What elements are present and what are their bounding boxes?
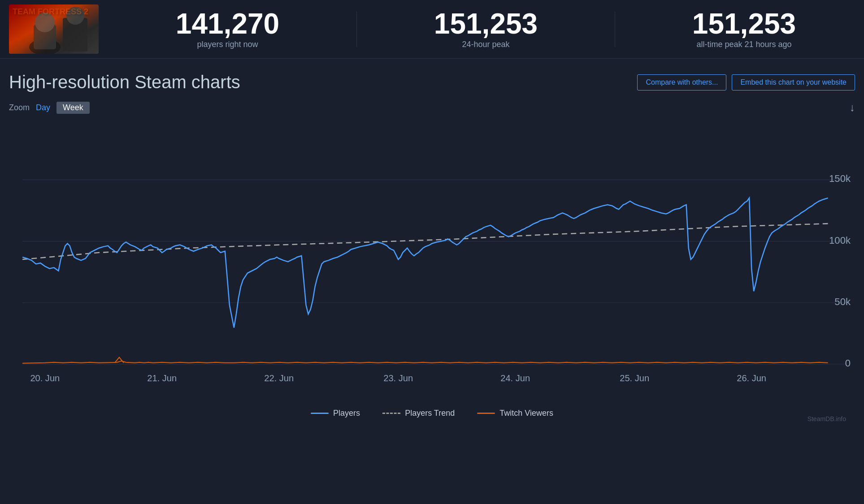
zoom-row: Zoom Day Week ↓ [9,101,855,114]
svg-text:20. Jun: 20. Jun [30,373,60,383]
download-icon[interactable]: ↓ [850,101,855,114]
main-content: High-resolution Steam charts Compare wit… [0,59,864,431]
stat-divider-2 [615,11,615,47]
chart-header: High-resolution Steam charts Compare wit… [9,72,855,92]
chart-container: 150k 100k 50k 0 20. Jun 21. Jun 22. Jun … [9,118,855,396]
legend-twitch: Twitch Viewers [477,409,553,418]
chart-legend: Players Players Trend Twitch Viewers [311,401,553,422]
svg-text:26. Jun: 26. Jun [737,373,766,383]
compare-button[interactable]: Compare with others... [637,74,726,90]
players-now-block: 141,270 players right now [117,9,339,49]
alltime-peak-label: all-time peak 21 hours ago [633,40,855,49]
zoom-day-button[interactable]: Day [36,103,50,112]
chart-svg: 150k 100k 50k 0 20. Jun 21. Jun 22. Jun … [9,118,855,396]
legend-trend: Players Trend [382,409,455,418]
peak-24h-number: 151,253 [375,9,597,38]
svg-text:150k: 150k [829,173,851,184]
stat-divider-1 [356,11,357,47]
players-now-label: players right now [117,40,339,49]
embed-button[interactable]: Embed this chart on your website [732,74,855,90]
players-now-number: 141,270 [117,9,339,38]
svg-text:0: 0 [845,358,851,369]
alltime-peak-number: 151,253 [633,9,855,38]
zoom-week-button[interactable]: Week [56,102,90,114]
header: TEAM FORTRESS 2 141,270 players right [0,0,864,59]
players-line-icon [311,413,329,414]
svg-text:21. Jun: 21. Jun [147,373,177,383]
trend-line-icon [382,413,400,414]
legend-row: Players Players Trend Twitch Viewers Ste… [9,401,855,422]
legend-players: Players [311,409,360,418]
legend-trend-label: Players Trend [405,409,455,418]
chart-title: High-resolution Steam charts [9,72,240,92]
svg-point-3 [35,13,55,32]
svg-text:50k: 50k [834,296,851,307]
svg-text:24. Jun: 24. Jun [500,373,530,383]
svg-text:100k: 100k [829,234,851,246]
twitch-line-icon [477,413,495,414]
steamdb-credit: SteamDB.info [808,415,846,422]
legend-players-label: Players [333,409,360,418]
legend-twitch-label: Twitch Viewers [499,409,553,418]
game-image: TEAM FORTRESS 2 [9,4,99,54]
svg-text:22. Jun: 22. Jun [264,373,294,383]
peak-24h-label: 24-hour peak [375,40,597,49]
svg-text:25. Jun: 25. Jun [620,373,649,383]
zoom-label: Zoom [9,103,30,112]
alltime-peak-block: 151,253 all-time peak 21 hours ago [633,9,855,49]
chart-buttons: Compare with others... Embed this chart … [637,74,855,90]
svg-text:23. Jun: 23. Jun [383,373,413,383]
peak-24h-block: 151,253 24-hour peak [375,9,597,49]
svg-point-5 [66,7,84,25]
